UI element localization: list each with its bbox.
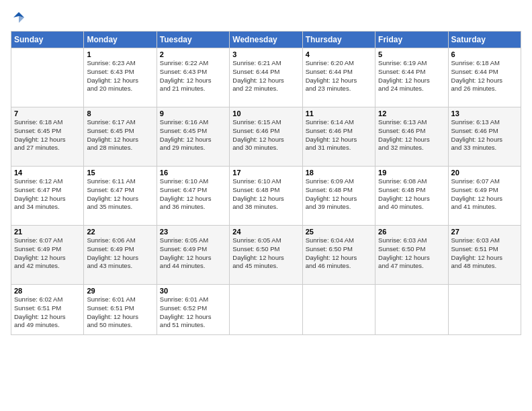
calendar-cell: 9Sunrise: 6:16 AM Sunset: 6:45 PM Daylig… (157, 107, 229, 167)
calendar-row-0: 1Sunrise: 6:23 AM Sunset: 6:43 PM Daylig… (11, 48, 521, 107)
day-number: 20 (451, 169, 518, 177)
day-number: 13 (451, 109, 518, 118)
day-info: Sunrise: 6:11 AM Sunset: 6:47 PM Dayligh… (87, 177, 153, 212)
day-info: Sunrise: 6:20 AM Sunset: 6:44 PM Dayligh… (306, 59, 372, 93)
calendar-cell: 10Sunrise: 6:15 AM Sunset: 6:46 PM Dayli… (230, 107, 302, 167)
day-number: 23 (160, 228, 226, 236)
calendar-cell: 28Sunrise: 6:02 AM Sunset: 6:51 PM Dayli… (11, 285, 84, 335)
calendar-cell: 16Sunrise: 6:10 AM Sunset: 6:47 PM Dayli… (157, 167, 229, 226)
calendar-cell: 25Sunrise: 6:04 AM Sunset: 6:50 PM Dayli… (302, 226, 375, 285)
day-info: Sunrise: 6:08 AM Sunset: 6:48 PM Dayligh… (378, 177, 445, 212)
calendar-row-1: 7Sunrise: 6:18 AM Sunset: 6:45 PM Daylig… (11, 107, 521, 167)
calendar-cell (375, 285, 448, 335)
day-number: 19 (378, 169, 445, 177)
day-number: 30 (160, 287, 226, 295)
day-info: Sunrise: 6:14 AM Sunset: 6:46 PM Dayligh… (306, 118, 372, 152)
calendar-cell: 8Sunrise: 6:17 AM Sunset: 6:45 PM Daylig… (84, 107, 157, 167)
calendar-header-thursday: Thursday (302, 32, 375, 48)
calendar-cell: 7Sunrise: 6:18 AM Sunset: 6:45 PM Daylig… (11, 107, 84, 167)
calendar-header-row: SundayMondayTuesdayWednesdayThursdayFrid… (11, 32, 521, 48)
day-info: Sunrise: 6:16 AM Sunset: 6:45 PM Dayligh… (160, 118, 226, 152)
calendar-header-saturday: Saturday (448, 32, 521, 48)
day-number: 25 (306, 228, 372, 236)
day-number: 14 (14, 169, 81, 177)
calendar-header-friday: Friday (375, 32, 448, 48)
day-info: Sunrise: 6:15 AM Sunset: 6:46 PM Dayligh… (232, 118, 299, 152)
calendar-row-4: 28Sunrise: 6:02 AM Sunset: 6:51 PM Dayli… (11, 285, 521, 335)
calendar-cell: 21Sunrise: 6:07 AM Sunset: 6:49 PM Dayli… (11, 226, 84, 285)
day-number: 26 (378, 228, 445, 236)
day-info: Sunrise: 6:07 AM Sunset: 6:49 PM Dayligh… (14, 236, 81, 271)
day-number: 3 (232, 50, 299, 58)
day-info: Sunrise: 6:23 AM Sunset: 6:43 PM Dayligh… (87, 59, 153, 93)
day-info: Sunrise: 6:12 AM Sunset: 6:47 PM Dayligh… (14, 177, 81, 212)
day-number: 16 (160, 169, 226, 177)
calendar-row-2: 14Sunrise: 6:12 AM Sunset: 6:47 PM Dayli… (11, 167, 521, 226)
day-info: Sunrise: 6:05 AM Sunset: 6:49 PM Dayligh… (160, 236, 226, 271)
calendar-cell: 13Sunrise: 6:13 AM Sunset: 6:46 PM Dayli… (448, 107, 521, 167)
calendar-cell: 26Sunrise: 6:03 AM Sunset: 6:50 PM Dayli… (375, 226, 448, 285)
day-info: Sunrise: 6:13 AM Sunset: 6:46 PM Dayligh… (378, 118, 445, 152)
calendar-cell: 29Sunrise: 6:01 AM Sunset: 6:51 PM Dayli… (84, 285, 157, 335)
calendar-cell: 20Sunrise: 6:07 AM Sunset: 6:49 PM Dayli… (448, 167, 521, 226)
calendar-cell: 14Sunrise: 6:12 AM Sunset: 6:47 PM Dayli… (11, 167, 84, 226)
calendar-cell: 24Sunrise: 6:05 AM Sunset: 6:50 PM Dayli… (230, 226, 302, 285)
day-number: 7 (14, 109, 81, 118)
day-info: Sunrise: 6:03 AM Sunset: 6:51 PM Dayligh… (451, 236, 518, 271)
day-info: Sunrise: 6:01 AM Sunset: 6:52 PM Dayligh… (160, 295, 226, 330)
day-info: Sunrise: 6:18 AM Sunset: 6:45 PM Dayligh… (14, 118, 81, 152)
calendar-cell: 27Sunrise: 6:03 AM Sunset: 6:51 PM Dayli… (448, 226, 521, 285)
calendar-table: SundayMondayTuesdayWednesdayThursdayFrid… (11, 31, 521, 335)
calendar-header-monday: Monday (84, 32, 157, 48)
calendar-cell: 22Sunrise: 6:06 AM Sunset: 6:49 PM Dayli… (84, 226, 157, 285)
day-info: Sunrise: 6:01 AM Sunset: 6:51 PM Dayligh… (87, 295, 153, 330)
day-number: 22 (87, 228, 153, 236)
calendar-cell (448, 285, 521, 335)
calendar-cell (302, 285, 375, 335)
logo-flag-icon (12, 11, 26, 24)
calendar-cell: 2Sunrise: 6:22 AM Sunset: 6:43 PM Daylig… (157, 48, 229, 107)
day-number: 18 (306, 169, 372, 177)
day-info: Sunrise: 6:05 AM Sunset: 6:50 PM Dayligh… (232, 236, 299, 271)
day-number: 2 (160, 50, 226, 58)
calendar-cell: 11Sunrise: 6:14 AM Sunset: 6:46 PM Dayli… (302, 107, 375, 167)
page: SundayMondayTuesdayWednesdayThursdayFrid… (0, 0, 532, 411)
calendar-cell (11, 48, 84, 107)
day-number: 24 (232, 228, 299, 236)
day-info: Sunrise: 6:18 AM Sunset: 6:44 PM Dayligh… (451, 59, 518, 93)
day-info: Sunrise: 6:04 AM Sunset: 6:50 PM Dayligh… (306, 236, 372, 271)
day-number: 4 (306, 50, 372, 58)
calendar-cell: 17Sunrise: 6:10 AM Sunset: 6:48 PM Dayli… (230, 167, 302, 226)
day-info: Sunrise: 6:13 AM Sunset: 6:46 PM Dayligh… (451, 118, 518, 152)
day-number: 27 (451, 228, 518, 236)
calendar-cell: 30Sunrise: 6:01 AM Sunset: 6:52 PM Dayli… (157, 285, 229, 335)
day-number: 1 (87, 50, 153, 58)
logo (11, 11, 26, 24)
calendar-cell: 3Sunrise: 6:21 AM Sunset: 6:44 PM Daylig… (230, 48, 302, 107)
day-number: 17 (232, 169, 299, 177)
day-info: Sunrise: 6:21 AM Sunset: 6:44 PM Dayligh… (232, 59, 299, 93)
calendar-header-wednesday: Wednesday (230, 32, 302, 48)
day-number: 5 (378, 50, 445, 58)
calendar-header-tuesday: Tuesday (157, 32, 229, 48)
day-number: 15 (87, 169, 153, 177)
day-number: 12 (378, 109, 445, 118)
day-number: 9 (160, 109, 226, 118)
calendar-cell: 12Sunrise: 6:13 AM Sunset: 6:46 PM Dayli… (375, 107, 448, 167)
day-info: Sunrise: 6:19 AM Sunset: 6:44 PM Dayligh… (378, 59, 445, 93)
day-info: Sunrise: 6:09 AM Sunset: 6:48 PM Dayligh… (306, 177, 372, 212)
day-info: Sunrise: 6:10 AM Sunset: 6:48 PM Dayligh… (232, 177, 299, 212)
day-info: Sunrise: 6:17 AM Sunset: 6:45 PM Dayligh… (87, 118, 153, 152)
calendar-cell: 18Sunrise: 6:09 AM Sunset: 6:48 PM Dayli… (302, 167, 375, 226)
day-number: 28 (14, 287, 81, 295)
day-number: 29 (87, 287, 153, 295)
day-info: Sunrise: 6:02 AM Sunset: 6:51 PM Dayligh… (14, 295, 81, 330)
calendar-cell: 4Sunrise: 6:20 AM Sunset: 6:44 PM Daylig… (302, 48, 375, 107)
calendar-cell: 15Sunrise: 6:11 AM Sunset: 6:47 PM Dayli… (84, 167, 157, 226)
day-number: 10 (232, 109, 299, 118)
calendar-header-sunday: Sunday (11, 32, 84, 48)
day-number: 21 (14, 228, 81, 236)
calendar-cell: 5Sunrise: 6:19 AM Sunset: 6:44 PM Daylig… (375, 48, 448, 107)
calendar-row-3: 21Sunrise: 6:07 AM Sunset: 6:49 PM Dayli… (11, 226, 521, 285)
day-info: Sunrise: 6:22 AM Sunset: 6:43 PM Dayligh… (160, 59, 226, 93)
